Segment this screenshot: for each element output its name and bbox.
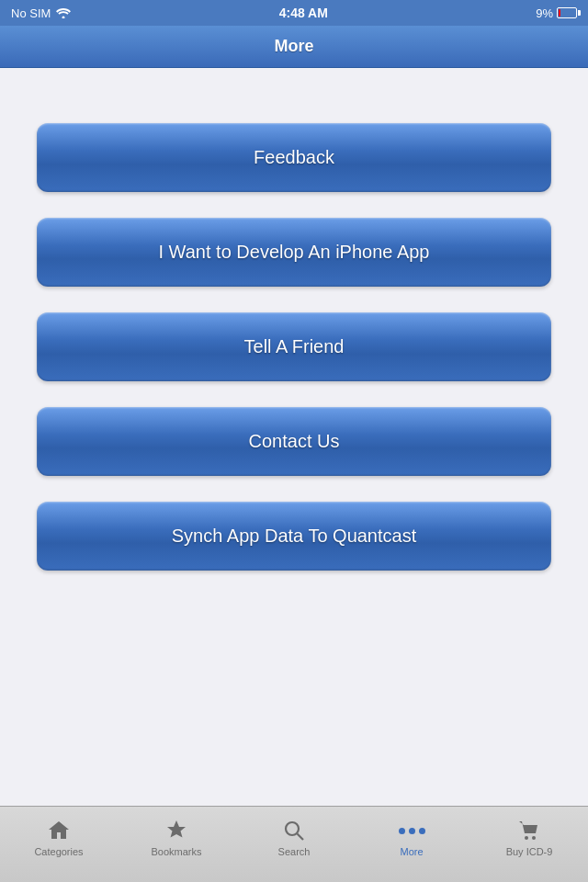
tab-search-label: Search: [278, 846, 311, 857]
battery-icon: [557, 7, 577, 18]
tab-bookmarks[interactable]: Bookmarks: [118, 814, 235, 861]
tab-categories-label: Categories: [34, 846, 83, 857]
synch-button[interactable]: Synch App Data To Quantcast: [37, 502, 551, 571]
contact-button[interactable]: Contact Us: [37, 407, 551, 476]
tab-more[interactable]: More: [353, 814, 470, 861]
main-content: Feedback I Want to Develop An iPhone App…: [0, 68, 588, 806]
tab-search[interactable]: Search: [235, 814, 353, 861]
nav-title: More: [274, 37, 313, 56]
tab-categories[interactable]: Categories: [0, 814, 118, 861]
status-time: 4:48 AM: [279, 6, 328, 20]
svg-point-4: [532, 836, 536, 840]
tab-buy-label: Buy ICD-9: [506, 846, 553, 857]
svg-point-0: [62, 17, 65, 19]
tab-bookmarks-label: Bookmarks: [151, 846, 201, 857]
svg-point-3: [525, 836, 528, 840]
tell-friend-button[interactable]: Tell A Friend: [37, 312, 551, 381]
status-left: No SIM: [11, 6, 71, 20]
develop-button[interactable]: I Want to Develop An iPhone App: [37, 218, 551, 287]
status-bar: No SIM 4:48 AM 9%: [0, 0, 588, 26]
wifi-icon: [56, 7, 71, 18]
carrier-label: No SIM: [11, 6, 51, 20]
status-right: 9%: [536, 6, 577, 20]
search-icon: [281, 818, 307, 843]
tab-bar: Categories Bookmarks Search More: [0, 806, 588, 882]
svg-point-1: [286, 822, 299, 835]
tab-more-label: More: [400, 846, 423, 857]
battery-fill: [559, 9, 560, 17]
star-icon: [164, 818, 189, 843]
home-icon: [46, 818, 72, 843]
more-icon: [399, 818, 425, 843]
nav-bar: More: [0, 26, 588, 68]
tab-buy[interactable]: Buy ICD-9: [470, 814, 588, 861]
battery-percent: 9%: [536, 6, 553, 20]
cart-icon: [516, 818, 542, 843]
svg-line-2: [298, 834, 304, 841]
feedback-button[interactable]: Feedback: [37, 123, 551, 192]
